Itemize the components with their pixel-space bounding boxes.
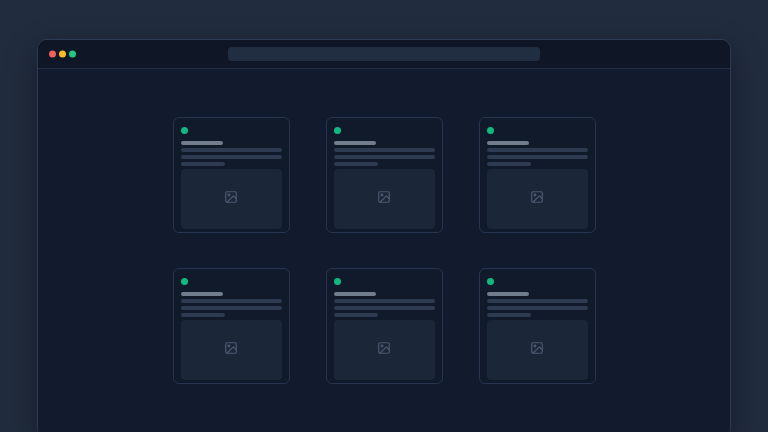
- skeleton-line-1: [487, 148, 588, 152]
- status-dot: [181, 127, 188, 134]
- skeleton-line-3: [334, 162, 378, 166]
- card[interactable]: [479, 268, 596, 384]
- browser-content: [38, 69, 730, 432]
- image-icon: [224, 341, 238, 359]
- card[interactable]: [479, 117, 596, 233]
- traffic-light-minimize-button[interactable]: [59, 51, 66, 58]
- image-icon: [530, 341, 544, 359]
- skeleton-line-2: [334, 155, 435, 159]
- skeleton-title-bar: [487, 141, 529, 145]
- skeleton-line-2: [487, 155, 588, 159]
- skeleton-title-bar: [334, 292, 376, 296]
- image-icon: [377, 341, 391, 359]
- skeleton-line-3: [181, 162, 225, 166]
- status-dot: [487, 127, 494, 134]
- skeleton-line-1: [181, 299, 282, 303]
- traffic-light-close-button[interactable]: [49, 51, 56, 58]
- skeleton-line-3: [487, 162, 531, 166]
- skeleton-line-2: [334, 306, 435, 310]
- skeleton-line-1: [487, 299, 588, 303]
- skeleton-line-2: [181, 306, 282, 310]
- image-placeholder: [487, 320, 588, 380]
- image-placeholder: [334, 320, 435, 380]
- image-icon: [377, 190, 391, 208]
- skeleton-line-1: [181, 148, 282, 152]
- image-icon: [530, 190, 544, 208]
- status-dot: [334, 278, 341, 285]
- page-background: [0, 0, 768, 432]
- status-dot: [181, 278, 188, 285]
- skeleton-line-3: [334, 313, 378, 317]
- traffic-lights: [49, 51, 76, 58]
- status-dot: [334, 127, 341, 134]
- skeleton-line-3: [487, 313, 531, 317]
- skeleton-title-bar: [181, 141, 223, 145]
- traffic-light-zoom-button[interactable]: [69, 51, 76, 58]
- image-placeholder: [334, 169, 435, 229]
- skeleton-title-bar: [487, 292, 529, 296]
- skeleton-title-bar: [181, 292, 223, 296]
- image-icon: [224, 190, 238, 208]
- skeleton-line-1: [334, 148, 435, 152]
- card[interactable]: [326, 117, 443, 233]
- image-placeholder: [181, 320, 282, 380]
- url-bar[interactable]: [228, 47, 540, 61]
- skeleton-line-1: [334, 299, 435, 303]
- card[interactable]: [173, 117, 290, 233]
- card-grid: [173, 117, 596, 384]
- image-placeholder: [181, 169, 282, 229]
- skeleton-line-3: [181, 313, 225, 317]
- browser-window: [37, 39, 731, 432]
- browser-titlebar: [38, 40, 730, 69]
- status-dot: [487, 278, 494, 285]
- image-placeholder: [487, 169, 588, 229]
- skeleton-line-2: [487, 306, 588, 310]
- card[interactable]: [326, 268, 443, 384]
- skeleton-title-bar: [334, 141, 376, 145]
- card[interactable]: [173, 268, 290, 384]
- skeleton-line-2: [181, 155, 282, 159]
